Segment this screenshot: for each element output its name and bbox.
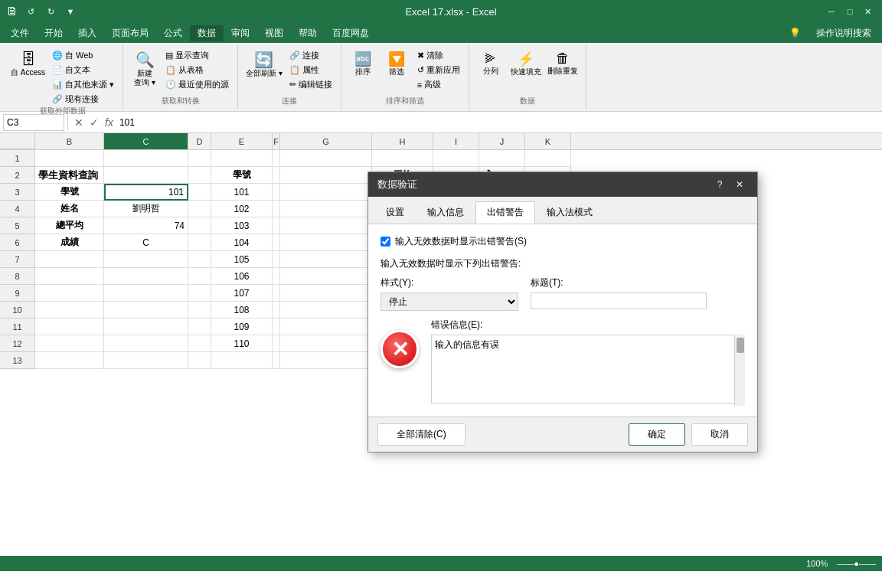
cell-c12[interactable] <box>104 335 188 352</box>
cell-e5[interactable]: 103 <box>211 217 273 234</box>
cell-g9[interactable] <box>280 285 372 302</box>
undo-btn[interactable]: ↺ <box>23 4 38 19</box>
cell-g7[interactable] <box>280 251 372 268</box>
cell-c4[interactable]: 劉明哲 <box>104 201 188 217</box>
cell-e8[interactable]: 106 <box>211 268 273 285</box>
cell-f5[interactable] <box>273 217 280 234</box>
col-header-d[interactable]: D <box>188 133 211 149</box>
cell-g1[interactable] <box>280 150 372 167</box>
col-header-j[interactable]: J <box>479 133 525 149</box>
btn-show-queries[interactable]: ▤ 显示查询 <box>163 49 231 62</box>
cell-e12[interactable]: 110 <box>211 335 273 352</box>
cell-g13[interactable] <box>280 352 372 369</box>
restore-btn[interactable]: □ <box>842 4 858 19</box>
btn-access[interactable]: 🗄 自 Access <box>9 49 47 79</box>
cell-d11[interactable] <box>188 318 211 335</box>
style-select[interactable]: 停止 警告 信息 <box>381 292 518 311</box>
cell-c11[interactable] <box>104 318 188 335</box>
cell-h1[interactable] <box>372 150 433 167</box>
cell-e10[interactable]: 108 <box>211 302 273 318</box>
cell-g12[interactable] <box>280 335 372 352</box>
cell-b12[interactable] <box>35 335 104 352</box>
insert-function-btn[interactable]: fx <box>102 116 116 129</box>
cell-e1[interactable] <box>211 150 273 167</box>
btn-web[interactable]: 🌐 自 Web <box>50 49 116 62</box>
cell-b4[interactable]: 姓名 <box>35 201 104 217</box>
cell-c9[interactable] <box>104 285 188 302</box>
cell-b10[interactable] <box>35 302 104 318</box>
dialog-help-btn[interactable]: ? <box>711 176 728 193</box>
cell-e13[interactable] <box>211 352 273 369</box>
cell-g6[interactable] <box>280 234 372 251</box>
dialog-close-btn[interactable]: ✕ <box>731 176 748 193</box>
cancel-formula-btn[interactable]: ✕ <box>71 116 87 129</box>
btn-text[interactable]: 📄 自文本 <box>50 64 116 77</box>
show-error-checkbox[interactable] <box>381 237 390 247</box>
btn-new-query[interactable]: 🔍 新建查询 ▾ <box>129 49 160 89</box>
menu-search[interactable]: 操作说明搜索 <box>808 25 879 41</box>
btn-connections[interactable]: 🔗 连接 <box>287 49 335 62</box>
cell-e3[interactable]: 101 <box>211 184 273 201</box>
cell-b8[interactable] <box>35 268 104 285</box>
btn-clear-all[interactable]: 全部清除(C) <box>377 423 466 446</box>
close-btn[interactable]: ✕ <box>861 4 876 19</box>
cell-d6[interactable] <box>188 234 211 251</box>
zoom-slider[interactable]: ——●—— <box>837 559 876 568</box>
cell-j1[interactable] <box>479 150 525 167</box>
cell-b7[interactable] <box>35 251 104 268</box>
cell-g4[interactable] <box>280 201 372 217</box>
col-header-i[interactable]: I <box>433 133 479 149</box>
menu-search-icon[interactable]: 💡 <box>782 26 808 40</box>
cell-f6[interactable] <box>273 234 280 251</box>
error-textarea[interactable]: 输入的信息有误 <box>431 335 745 403</box>
cell-b5[interactable]: 總平均 <box>35 217 104 234</box>
btn-from-table[interactable]: 📋 从表格 <box>163 64 231 77</box>
menu-insert[interactable]: 插入 <box>70 25 104 41</box>
cell-f8[interactable] <box>273 268 280 285</box>
cell-b11[interactable] <box>35 318 104 335</box>
cell-d5[interactable] <box>188 217 211 234</box>
btn-refresh-all[interactable]: 🔄 全部刷新 ▾ <box>244 49 284 80</box>
col-header-e[interactable]: E <box>211 133 273 149</box>
cell-f12[interactable] <box>273 335 280 352</box>
menu-view[interactable]: 视图 <box>257 25 291 41</box>
cell-d7[interactable] <box>188 251 211 268</box>
customize-icon[interactable]: ▼ <box>63 4 78 19</box>
cell-i1[interactable] <box>433 150 479 167</box>
dialog-tab-error-alert[interactable]: 出错警告 <box>475 201 535 224</box>
btn-remove-duplicates[interactable]: 🗑 删除重复 <box>546 49 580 77</box>
dialog-tab-settings[interactable]: 设置 <box>374 201 416 224</box>
formula-input[interactable] <box>116 117 879 128</box>
redo-btn[interactable]: ↻ <box>43 4 58 19</box>
cell-g8[interactable] <box>280 268 372 285</box>
error-scrollbar[interactable] <box>734 335 745 406</box>
menu-page-layout[interactable]: 页面布局 <box>104 25 156 41</box>
col-header-k[interactable]: K <box>525 133 571 149</box>
menu-help[interactable]: 帮助 <box>291 25 325 41</box>
btn-edit-links[interactable]: ✏ 编辑链接 <box>287 78 335 91</box>
menu-review[interactable]: 审阅 <box>224 25 257 41</box>
btn-cancel[interactable]: 取消 <box>691 423 748 446</box>
cell-g10[interactable] <box>280 302 372 318</box>
cell-e11[interactable]: 109 <box>211 318 273 335</box>
minimize-btn[interactable]: ─ <box>824 4 839 19</box>
cell-f7[interactable] <box>273 251 280 268</box>
cell-g5[interactable] <box>280 217 372 234</box>
btn-properties[interactable]: 📋 属性 <box>287 64 335 77</box>
cell-c7[interactable] <box>104 251 188 268</box>
cell-f4[interactable] <box>273 201 280 217</box>
name-box[interactable] <box>3 114 64 131</box>
data-validation-dialog[interactable]: 数据验证 ? ✕ 设置 输入信息 出错警告 输入法模式 输入无效数据时显示出错警… <box>368 172 758 452</box>
cell-d9[interactable] <box>188 285 211 302</box>
cell-g3[interactable] <box>280 184 372 201</box>
cell-c6[interactable]: C <box>104 234 188 251</box>
cell-f10[interactable] <box>273 302 280 318</box>
btn-reapply[interactable]: ↺ 重新应用 <box>415 64 462 77</box>
cell-b6[interactable]: 成績 <box>35 234 104 251</box>
btn-clear[interactable]: ✖ 清除 <box>415 49 462 62</box>
cell-f2[interactable] <box>273 167 280 184</box>
cell-f11[interactable] <box>273 318 280 335</box>
cell-b13[interactable] <box>35 352 104 369</box>
cell-f9[interactable] <box>273 285 280 302</box>
cell-e4[interactable]: 102 <box>211 201 273 217</box>
